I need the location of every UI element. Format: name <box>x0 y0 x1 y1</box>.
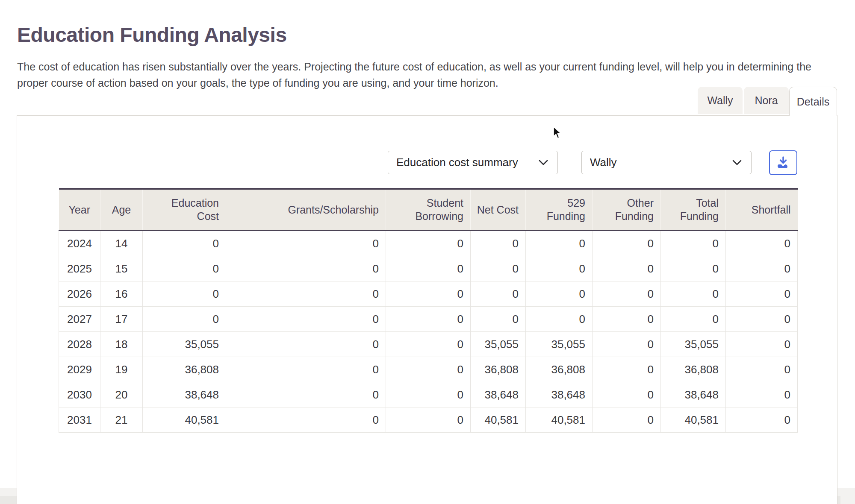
person-select-value: Wally <box>590 156 617 169</box>
table-cell: 19 <box>100 357 143 382</box>
table-cell: 18 <box>100 332 143 357</box>
table-cell: 20 <box>100 382 143 407</box>
table-cell: 0 <box>593 357 661 382</box>
table-cell: 0 <box>726 281 798 307</box>
table-cell: 0 <box>593 382 661 407</box>
report-type-select-value: Education cost summary <box>396 156 518 169</box>
table-cell: 0 <box>226 357 386 382</box>
table-cell: 40,581 <box>471 407 526 433</box>
report-type-select[interactable]: Education cost summary <box>388 151 558 174</box>
table-cell: 40,581 <box>661 407 726 433</box>
table-cell: 21 <box>100 407 143 433</box>
table-cell: 0 <box>471 281 526 307</box>
table-cell: 0 <box>386 281 471 307</box>
table-cell: 2025 <box>59 256 100 281</box>
table-row: 20302038,6480038,64838,648038,6480 <box>59 382 798 407</box>
tab-nora-label: Nora <box>755 94 778 107</box>
table-cell: 40,581 <box>526 407 593 433</box>
table-cell: 0 <box>593 407 661 433</box>
table-cell: 35,055 <box>143 332 226 357</box>
table-cell: 0 <box>661 231 726 256</box>
column-header: Age <box>100 189 143 231</box>
table-cell: 0 <box>386 407 471 433</box>
chevron-down-icon <box>539 160 548 166</box>
table-cell: 0 <box>726 332 798 357</box>
table-cell: 0 <box>726 382 798 407</box>
table-cell: 0 <box>726 256 798 281</box>
table-cell: 0 <box>143 307 226 332</box>
person-select[interactable]: Wally <box>581 151 752 174</box>
column-header: 529Funding <box>526 189 593 231</box>
table-cell: 0 <box>526 231 593 256</box>
table-cell: 0 <box>526 307 593 332</box>
column-header: Net Cost <box>471 189 526 231</box>
column-header: EducationCost <box>143 189 226 231</box>
table-cell: 0 <box>726 307 798 332</box>
table-cell: 0 <box>726 407 798 433</box>
table-cell: 15 <box>100 256 143 281</box>
table-cell: 38,648 <box>526 382 593 407</box>
table-cell: 36,808 <box>661 357 726 382</box>
table-cell: 0 <box>726 357 798 382</box>
page-description: The cost of education has risen substant… <box>17 59 834 91</box>
table-cell: 2030 <box>59 382 100 407</box>
download-icon <box>776 155 790 170</box>
table-cell: 0 <box>226 281 386 307</box>
table-cell: 0 <box>143 281 226 307</box>
table-cell: 0 <box>143 256 226 281</box>
table-cell: 0 <box>526 281 593 307</box>
table-cell: 0 <box>386 332 471 357</box>
table-cell: 2028 <box>59 332 100 357</box>
table-cell: 0 <box>471 231 526 256</box>
chevron-down-icon <box>732 160 742 166</box>
table-cell: 0 <box>226 382 386 407</box>
education-funding-page: Education Funding Analysis The cost of e… <box>0 0 855 504</box>
table-cell: 2027 <box>59 307 100 332</box>
table-cell: 35,055 <box>661 332 726 357</box>
table-cell: 0 <box>593 332 661 357</box>
table-row: 20312140,5810040,58140,581040,5810 <box>59 407 798 433</box>
education-cost-table: YearAgeEducationCostGrants/ScholarshipSt… <box>59 188 798 433</box>
table-cell: 14 <box>100 231 143 256</box>
table-cell: 0 <box>226 231 386 256</box>
table-cell: 0 <box>593 231 661 256</box>
tab-wally[interactable]: Wally <box>698 87 743 114</box>
table-row: 20241400000000 <box>59 231 798 256</box>
tab-nora[interactable]: Nora <box>744 87 789 114</box>
table-cell: 0 <box>226 332 386 357</box>
table-cell: 16 <box>100 281 143 307</box>
table-cell: 36,808 <box>526 357 593 382</box>
column-header: Shortfall <box>726 189 798 231</box>
table-cell: 0 <box>143 231 226 256</box>
table-cell: 0 <box>226 407 386 433</box>
table-row: 20261600000000 <box>59 281 798 307</box>
table-cell: 0 <box>593 307 661 332</box>
table-cell: 0 <box>593 256 661 281</box>
table-cell: 0 <box>386 382 471 407</box>
table-cell: 0 <box>471 256 526 281</box>
table-cell: 36,808 <box>471 357 526 382</box>
table-header: YearAgeEducationCostGrants/ScholarshipSt… <box>59 189 798 231</box>
table-cell: 38,648 <box>471 382 526 407</box>
table-cell: 0 <box>386 231 471 256</box>
download-button[interactable] <box>769 150 797 175</box>
table-cell: 36,808 <box>143 357 226 382</box>
table-cell: 0 <box>726 231 798 256</box>
column-header: TotalFunding <box>661 189 726 231</box>
table-row: 20251500000000 <box>59 256 798 281</box>
table-row: 20281835,0550035,05535,055035,0550 <box>59 332 798 357</box>
column-header: StudentBorrowing <box>386 189 471 231</box>
table-cell: 2026 <box>59 281 100 307</box>
tab-details[interactable]: Details <box>789 87 837 116</box>
table-cell: 0 <box>526 256 593 281</box>
table-row: 20271700000000 <box>59 307 798 332</box>
table-cell: 2029 <box>59 357 100 382</box>
table-cell: 38,648 <box>661 382 726 407</box>
column-header: Year <box>59 189 100 231</box>
table-cell: 17 <box>100 307 143 332</box>
table-cell: 0 <box>226 307 386 332</box>
page-title: Education Funding Analysis <box>17 23 287 47</box>
table-cell: 0 <box>661 307 726 332</box>
table-cell: 2031 <box>59 407 100 433</box>
table-cell: 35,055 <box>526 332 593 357</box>
